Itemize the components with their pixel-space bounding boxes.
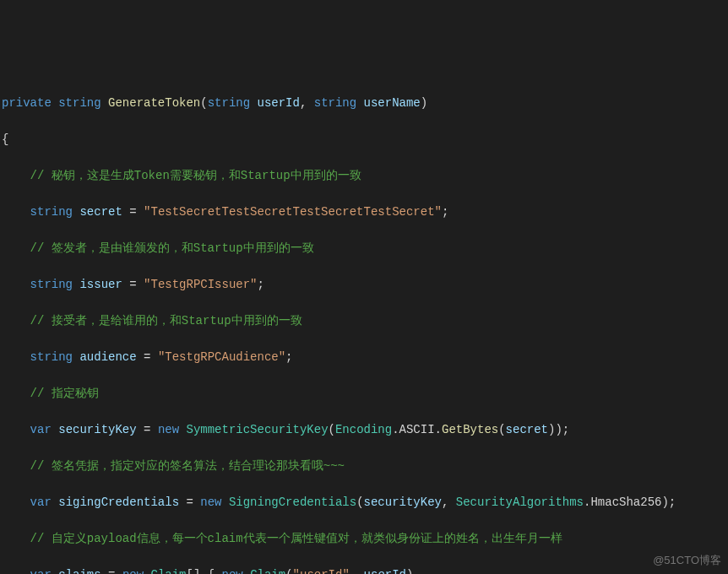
- code-line: // 签发者，是由谁颁发的，和Startup中用到的一致: [2, 240, 728, 258]
- class-name: SymmetricSecurityKey: [187, 423, 329, 436]
- keyword-var: var: [30, 495, 52, 509]
- keyword-string: string: [30, 205, 73, 219]
- code-line: var sigingCredentials = new SigningCrede…: [2, 494, 728, 512]
- keyword-new: new: [122, 568, 144, 575]
- method-call: GetBytes: [442, 423, 498, 436]
- param-name: userName: [364, 96, 421, 110]
- param-type: string: [314, 96, 356, 110]
- keyword-private: private: [2, 96, 52, 110]
- code-line: string secret = "TestSecretTestSecretTes…: [2, 203, 728, 222]
- code-line: string audience = "TestgRPCAudience";: [2, 349, 728, 367]
- code-line: // 签名凭据，指定对应的签名算法，结合理论那块看哦~~~: [2, 458, 728, 476]
- code-line: var securityKey = new SymmetricSecurityK…: [2, 421, 728, 440]
- code-line: string issuer = "TestgRPCIssuer";: [2, 276, 728, 295]
- method-name: GenerateToken: [108, 96, 200, 110]
- comment: // 签名凭据，指定对应的签名算法，结合理论那块看哦~~~: [30, 459, 345, 473]
- comment: // 接受者，是给谁用的，和Startup中用到的一致: [30, 314, 302, 328]
- comment: // 指定秘钥: [30, 387, 99, 400]
- property: ASCII: [399, 423, 435, 436]
- class-name: Encoding: [335, 423, 392, 436]
- var-ref: secret: [506, 423, 548, 436]
- comment: // 签发者，是由谁颁发的，和Startup中用到的一致: [30, 241, 314, 255]
- keyword-string: string: [30, 278, 73, 291]
- code-line: var claims = new Claim[] { new Claim("us…: [2, 566, 728, 575]
- class-name: Claim: [151, 568, 187, 575]
- var-ref: userId: [364, 568, 406, 575]
- code-line: // 指定秘钥: [2, 385, 728, 403]
- keyword-string: string: [58, 96, 101, 110]
- keyword-var: var: [30, 423, 52, 436]
- code-line: private string GenerateToken(string user…: [2, 95, 728, 113]
- property: HmacSha256: [590, 495, 661, 509]
- string-literal: "TestgRPCIssuer": [144, 278, 257, 291]
- var-claims: claims: [58, 568, 101, 575]
- string-literal: "TestgRPCAudience": [158, 350, 285, 364]
- code-editor[interactable]: private string GenerateToken(string user…: [0, 76, 728, 574]
- class-name: SigningCredentials: [229, 495, 356, 509]
- code-line: // 秘钥，这是生成Token需要秘钥，和Startup中用到的一致: [2, 167, 728, 186]
- code-line: // 接受者，是给谁用的，和Startup中用到的一致: [2, 312, 728, 331]
- keyword-string: string: [30, 350, 73, 364]
- param-name: userId: [258, 96, 300, 110]
- brace-open: {: [2, 133, 8, 146]
- string-literal: "TestSecretTestSecretTestSecretTestSecre…: [144, 205, 442, 219]
- code-line: {: [2, 131, 728, 149]
- code-line: // 自定义payload信息，每一个claim代表一个属性键值对，就类似身份证…: [2, 530, 728, 549]
- var-signing: sigingCredentials: [58, 495, 179, 509]
- var-securitykey: securityKey: [58, 423, 136, 436]
- keyword-new: new: [222, 568, 243, 575]
- comment: // 秘钥，这是生成Token需要秘钥，和Startup中用到的一致: [30, 169, 361, 182]
- string-literal: "userId": [293, 568, 350, 575]
- comment: // 自定义payload信息，每一个claim代表一个属性键值对，就类似身份证…: [30, 532, 562, 545]
- keyword-var: var: [30, 568, 52, 575]
- var-ref: securityKey: [364, 495, 442, 509]
- var-secret: secret: [79, 205, 122, 219]
- watermark: @51CTO博客: [653, 551, 721, 570]
- var-audience: audience: [79, 350, 136, 364]
- var-issuer: issuer: [79, 278, 122, 291]
- keyword-new: new: [200, 495, 221, 509]
- class-name: Claim: [250, 568, 285, 575]
- class-name: SecurityAlgorithms: [456, 495, 584, 509]
- keyword-new: new: [158, 423, 179, 436]
- param-type: string: [208, 96, 250, 110]
